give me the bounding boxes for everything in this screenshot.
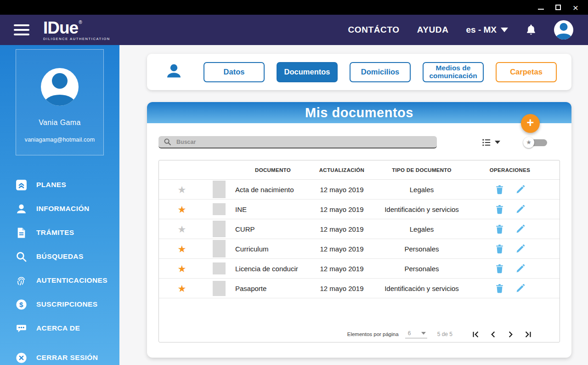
doc-updated: 12 mayo 2019 [312, 186, 371, 194]
doc-type: Legales [371, 186, 472, 194]
col-documento: DOCUMENTO [233, 167, 312, 173]
edit-pencil-icon[interactable] [515, 244, 525, 254]
edit-pencil-icon[interactable] [515, 264, 525, 274]
favorite-star-icon[interactable]: ★ [178, 184, 187, 195]
close-icon[interactable]: × [571, 2, 581, 12]
hamburger-menu-icon[interactable] [14, 24, 29, 35]
doc-updated: 12 mayo 2019 [312, 265, 371, 273]
tab-domicilios[interactable]: Domicilios [350, 62, 411, 82]
registered-mark: ® [79, 20, 82, 25]
doc-name: Licencia de conducir [233, 265, 312, 273]
table-row: ★ CURP 12 mayo 2019 Legales [159, 219, 560, 239]
contact-link[interactable]: CONTÁCTO [348, 25, 400, 35]
search-box [158, 136, 437, 148]
main-content: Datos Documentos Domicilios Medios de co… [119, 45, 588, 365]
doc-name: Pasaporte [233, 285, 312, 292]
sidebar-item-acerca-de[interactable]: ACERCA DE [16, 316, 119, 340]
list-icon [482, 138, 491, 147]
doc-thumbnail [213, 203, 226, 215]
sidebar-item-label: ACERCA DE [36, 324, 80, 332]
list-view-selector[interactable] [482, 138, 500, 147]
profile-avatar [41, 68, 79, 106]
documents-table: DOCUMENTO ACTUALIZACIÓN TIPO DE DOCUMENT… [158, 160, 560, 342]
delete-trash-icon[interactable] [495, 244, 504, 254]
delete-trash-icon[interactable] [495, 185, 504, 194]
favorites-filter-toggle[interactable]: ★ [523, 137, 547, 148]
brand-logo: IDue ® DILIGENCE AUTHENTICATION [43, 19, 110, 41]
doc-type: Legales [371, 225, 472, 233]
doc-updated: 12 mayo 2019 [312, 285, 371, 292]
sidebar-item-label: CERRAR SESIÓN [36, 354, 98, 362]
doc-updated: 12 mayo 2019 [312, 225, 371, 233]
notifications-bell-icon[interactable] [526, 24, 537, 36]
app-header: IDue ® DILIGENCE AUTHENTICATION CONTÁCTO… [0, 15, 588, 45]
sidebar-item-label: TRÁMITES [36, 228, 74, 237]
previous-page-icon[interactable] [489, 331, 497, 338]
sidebar-item-suscripciones[interactable]: $SUSCRIPCIONES [16, 292, 119, 316]
sidebar-item-busquedas[interactable]: BÚSQUEDAS [16, 245, 119, 268]
doc-name: INE [233, 205, 312, 213]
favorite-star-icon[interactable]: ★ [178, 283, 187, 294]
edit-pencil-icon[interactable] [515, 284, 525, 293]
favorite-star-icon[interactable]: ★ [178, 263, 187, 274]
sidebar-item-autenticaciones[interactable]: AUTENTICACIONES [16, 268, 119, 292]
sidebar-item-label: SUSCRIPCIONES [36, 300, 98, 308]
delete-trash-icon[interactable] [495, 264, 504, 274]
favorite-star-icon[interactable]: ★ [178, 244, 187, 254]
minimize-icon[interactable] [536, 2, 546, 12]
next-page-icon[interactable] [507, 331, 514, 338]
plus-icon: + [527, 117, 534, 129]
table-row: ★ Pasaporte 12 mayo 2019 Identificación … [159, 279, 560, 298]
person-icon [165, 63, 182, 81]
doc-thumbnail [213, 240, 226, 257]
table-header-row: DOCUMENTO ACTUALIZACIÓN TIPO DE DOCUMENT… [159, 160, 560, 180]
edit-pencil-icon[interactable] [515, 205, 525, 214]
language-selector[interactable]: es - MX [466, 25, 508, 35]
sidebar-item-label: INFORMACIÓN [36, 205, 89, 213]
sidebar-item-informacion[interactable]: INFORMACIÓN [16, 197, 119, 221]
search-input[interactable] [176, 139, 432, 145]
tab-medios-de-comunicacion[interactable]: Medios de comunicación [423, 62, 484, 82]
doc-name: Acta de nacimiento [233, 186, 312, 194]
edit-pencil-icon[interactable] [515, 224, 525, 234]
sidebar-item-planes[interactable]: PLANES [16, 173, 119, 197]
sidebar-item-cerrar-sesion[interactable]: CERRAR SESIÓN [16, 346, 119, 365]
document-icon [16, 227, 27, 239]
delete-trash-icon[interactable] [495, 205, 504, 214]
favorite-star-icon[interactable]: ★ [178, 224, 187, 234]
last-page-icon[interactable] [524, 331, 532, 338]
chevron-down-icon [501, 28, 508, 32]
tab-carpetas[interactable]: Carpetas [496, 62, 557, 82]
doc-name: Curriculum [233, 245, 312, 253]
table-row: ★ Curriculum 12 mayo 2019 Personales [159, 239, 560, 259]
table-body: ★ Acta de nacimiento 12 mayo 2019 Legale… [159, 180, 560, 298]
doc-updated: 12 mayo 2019 [312, 245, 371, 253]
add-document-button[interactable]: + [521, 114, 540, 133]
favorite-star-icon[interactable]: ★ [178, 204, 187, 215]
documents-panel-header: Mis documentos [147, 102, 571, 123]
doc-type: Personales [371, 245, 472, 253]
person-icon [16, 203, 27, 215]
user-avatar[interactable] [554, 20, 573, 40]
col-operaciones: OPERACIONES [472, 167, 548, 173]
first-page-icon[interactable] [472, 331, 480, 338]
maximize-icon[interactable] [553, 2, 563, 12]
doc-type: Identificación y servicios [371, 285, 472, 292]
tab-datos[interactable]: Datos [204, 62, 265, 82]
edit-pencil-icon[interactable] [515, 185, 525, 194]
delete-trash-icon[interactable] [495, 284, 504, 293]
svg-text:$: $ [19, 300, 23, 308]
pagination: Elementos por página 6 5 de 5 [159, 330, 560, 338]
tab-documentos[interactable]: Documentos [277, 62, 338, 82]
search-icon [164, 138, 171, 146]
table-row: ★ Acta de nacimiento 12 mayo 2019 Legale… [159, 180, 560, 200]
profile-card: Vania Gama vaniagamag@hotmail.com [16, 49, 104, 155]
items-per-page-select[interactable]: 6 [405, 330, 427, 338]
profile-tabbar: Datos Documentos Domicilios Medios de co… [147, 54, 571, 90]
sidebar-item-tramites[interactable]: TRÁMITES [16, 221, 119, 245]
delete-trash-icon[interactable] [495, 224, 504, 234]
doc-thumbnail [213, 181, 226, 198]
doc-thumbnail [213, 281, 226, 296]
help-link[interactable]: AYUDA [417, 25, 449, 35]
brand-name: IDue [43, 19, 78, 36]
